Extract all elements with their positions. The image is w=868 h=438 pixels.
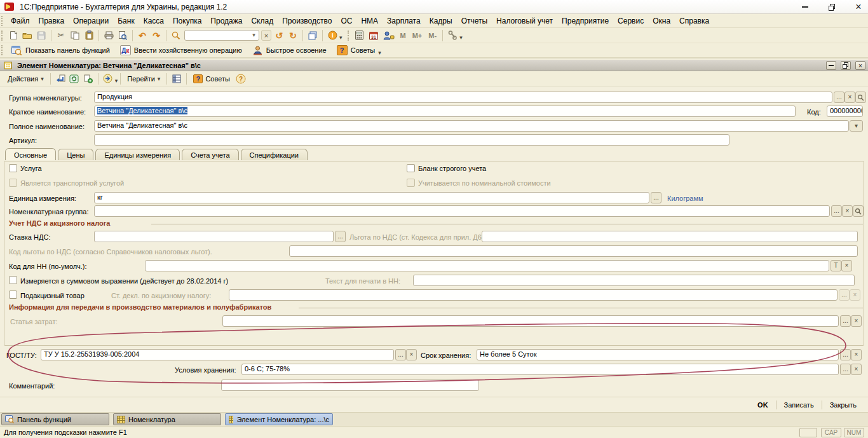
info-dropdown-icon[interactable]: ▾ (339, 34, 342, 41)
menu-help[interactable]: Справка (675, 15, 714, 27)
restore-button[interactable] (827, 3, 836, 11)
close-button[interactable]: × (854, 3, 863, 11)
storage-label: Условия хранения: (175, 366, 236, 374)
reread-button[interactable] (68, 72, 81, 85)
tab-content-frame (4, 161, 864, 346)
dialog-tips-button[interactable]: ? Советы (189, 73, 233, 85)
menu-nma[interactable]: НМА (356, 15, 383, 27)
gost-field[interactable]: ТУ У 15.2-25531939-005:2004 (41, 349, 394, 360)
taskbar-tab-nomenclature-item[interactable]: Элемент Номенклатура: ...\с (225, 413, 333, 425)
minimize-button[interactable] (801, 3, 810, 11)
goto-button[interactable]: Перейти▾ (123, 74, 164, 84)
gost-select-button[interactable]: ... (395, 349, 406, 360)
menu-tax[interactable]: Налоговый учет (492, 15, 557, 27)
tab-main[interactable]: Основные (5, 148, 56, 160)
tab-units[interactable]: Единицы измерения (95, 149, 180, 160)
paste-button[interactable] (83, 29, 95, 42)
go-dropdown-icon[interactable]: ▾ (115, 78, 118, 84)
find-previous-button[interactable]: ↺ (273, 29, 285, 42)
settings-button[interactable] (446, 29, 459, 42)
settings-dropdown-icon[interactable]: ▾ (459, 34, 463, 41)
actions-button[interactable]: Действия▾ (4, 74, 48, 84)
search-input[interactable]: ▾ (184, 30, 259, 41)
copy-item-button[interactable] (82, 72, 95, 85)
dialog-minimize-button[interactable] (826, 61, 836, 70)
menu-hr[interactable]: Кадры (425, 15, 457, 27)
find-button[interactable] (170, 29, 182, 42)
menu-warehouse[interactable]: Склад (247, 15, 278, 27)
tab-accounts[interactable]: Счета учета (182, 149, 238, 160)
tab-specifications[interactable]: Спецификации (241, 149, 308, 160)
clear-search-button[interactable]: × (261, 30, 271, 41)
show-function-panel-button[interactable]: Показать панель функций (6, 43, 115, 57)
menu-production[interactable]: Производство (278, 15, 336, 27)
go-button[interactable] (102, 72, 114, 85)
article-field[interactable] (94, 134, 729, 146)
menu-file[interactable]: Файл (6, 15, 34, 27)
menu-reports[interactable]: Отчеты (457, 15, 492, 27)
storage-select-button[interactable]: ... (840, 364, 851, 375)
menu-windows[interactable]: Окна (648, 15, 675, 27)
close-dialog-button[interactable]: Закрыть (822, 400, 864, 409)
menu-enterprise[interactable]: Предприятие (557, 15, 613, 27)
taskbar-tab-function-panel[interactable]: Панель функций (1, 413, 109, 425)
find-next-button[interactable]: ↻ (287, 29, 299, 42)
group-field[interactable]: Продукция (94, 92, 832, 103)
scissors-icon: ✂ (58, 31, 65, 40)
storage-clear-button[interactable]: × (851, 364, 862, 375)
search-dropdown-icon[interactable]: ▾ (250, 31, 258, 39)
help-button[interactable]: ? (234, 72, 247, 85)
save-button[interactable] (35, 29, 48, 42)
info-button[interactable]: i (326, 29, 339, 42)
menu-sale[interactable]: Продажа (206, 15, 247, 27)
ok-button[interactable]: OK (750, 400, 776, 409)
calendar-button[interactable]: 31 (367, 29, 380, 42)
redo-button[interactable]: ↷ (150, 29, 163, 42)
copy-button[interactable] (69, 29, 81, 42)
open-button[interactable] (21, 29, 34, 42)
menu-salary[interactable]: Зарплата (383, 15, 425, 27)
memory-m-plus-button[interactable]: M+ (409, 32, 426, 39)
code-field[interactable]: 0000000000 (827, 106, 863, 117)
menu-edit[interactable]: Правка (34, 15, 69, 27)
menu-purchase[interactable]: Покупка (168, 15, 206, 27)
user-lock-button[interactable] (381, 29, 397, 42)
taskbar-tab-nomenclature[interactable]: Номенклатура (113, 413, 221, 425)
shelf-life-select-button[interactable]: ... (840, 349, 851, 360)
print-button[interactable] (102, 29, 115, 42)
cut-button[interactable]: ✂ (55, 29, 67, 42)
dialog-restore-button[interactable] (841, 61, 851, 70)
full-name-dropdown-button[interactable]: ▾ (850, 120, 863, 132)
tips-dropdown-icon[interactable]: ▾ (378, 50, 381, 56)
undo-button[interactable]: ↶ (136, 29, 149, 42)
shelf-life-clear-button[interactable]: × (851, 349, 862, 360)
print-preview-button[interactable] (116, 29, 129, 42)
storage-field[interactable]: 0-6 С; 75-78% (241, 364, 839, 375)
group-select-button[interactable]: ... (834, 92, 844, 103)
group-clear-button[interactable]: × (844, 92, 855, 103)
quick-learning-button[interactable]: Быстрое освоение (247, 43, 332, 57)
write-button[interactable] (54, 72, 67, 85)
calculator-button[interactable] (353, 29, 366, 42)
group-open-button[interactable] (855, 92, 866, 103)
new-document-button[interactable] (7, 29, 20, 42)
tips-button[interactable]: ? Советы ▾ (332, 43, 386, 57)
menu-os[interactable]: ОС (336, 15, 356, 27)
gost-clear-button[interactable]: × (406, 349, 417, 360)
menu-bank[interactable]: Банк (113, 15, 139, 27)
structure-button[interactable] (170, 72, 183, 85)
dialog-close-button[interactable]: × (855, 61, 865, 70)
save-record-button[interactable]: Записать (776, 400, 822, 409)
enter-operation-button[interactable]: Дк Ввести хозяйственную операцию (115, 43, 247, 57)
memory-m-button[interactable]: M (397, 32, 409, 39)
shelf-life-field[interactable]: Не более 5 Суток (477, 349, 839, 360)
memory-m-minus-button[interactable]: M- (425, 32, 440, 39)
menu-service[interactable]: Сервис (613, 15, 648, 27)
short-name-field[interactable]: Ветчина "Деликатесная" в\с (94, 106, 796, 117)
menu-operations[interactable]: Операции (69, 15, 113, 27)
menu-cash[interactable]: Касса (139, 15, 168, 27)
tab-prices[interactable]: Цены (58, 149, 93, 160)
comment-field[interactable] (221, 380, 479, 391)
new-window-button[interactable] (306, 29, 319, 42)
full-name-field[interactable]: Ветчина "Деликатесная" в\с (94, 120, 849, 132)
